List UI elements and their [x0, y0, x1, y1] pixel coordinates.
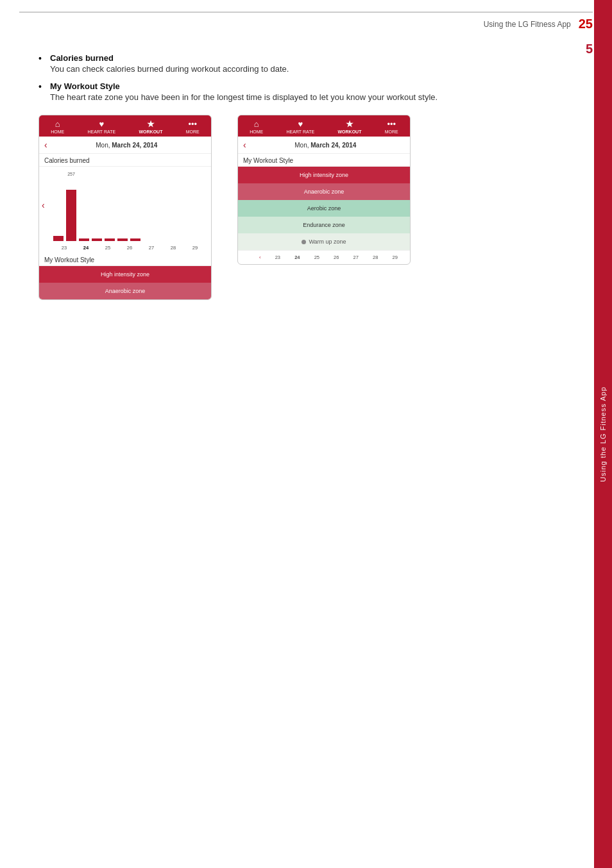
nav-more-right[interactable]: ••• MORE — [382, 118, 401, 135]
chart-x-axis-right: ‹ 23 24 25 26 27 28 29 — [238, 250, 410, 264]
xday-29: 29 — [192, 245, 198, 251]
heartrate-icon-right: ♥ — [298, 119, 303, 129]
xday-26: 26 — [127, 245, 132, 251]
nav-more-label: MORE — [186, 129, 200, 134]
nav-heartrate-label: HEART RATE — [88, 129, 116, 134]
nav-home-label-right: HOME — [250, 129, 263, 134]
rday-27: 27 — [353, 255, 359, 260]
home-icon-right: ⌂ — [254, 119, 259, 129]
nav-more-left[interactable]: ••• MORE — [183, 118, 202, 135]
bullet-desc-calories: You can check calories burned during wor… — [50, 64, 574, 74]
nav-workout-left[interactable]: ★ WORKOUT — [136, 118, 165, 135]
more-icon-right: ••• — [387, 119, 396, 129]
bar-25 — [79, 238, 89, 241]
date-row-left: ‹ Mon, March 24, 2014 — [39, 137, 211, 154]
xday-24: 24 — [83, 245, 89, 251]
date-text-left: Mon, March 24, 2014 — [47, 142, 206, 149]
bar-group-27 — [105, 172, 115, 241]
bar-group-28 — [117, 172, 128, 241]
side-number: 5 — [586, 42, 593, 56]
zone-high-left: High intensity zone — [39, 266, 211, 283]
xday-25: 25 — [105, 245, 110, 251]
heartrate-icon: ♥ — [99, 119, 104, 129]
chart-area: ‹ 257 — [39, 167, 211, 244]
nav-workout-right[interactable]: ★ WORKOUT — [335, 118, 364, 135]
nav-heartrate-right[interactable]: ♥ HEART RATE — [284, 118, 318, 135]
xday-27: 27 — [149, 245, 154, 251]
chart-chevron[interactable]: ‹ — [42, 200, 45, 210]
page-number: 25 — [579, 17, 593, 31]
side-panel: Using the LG Fitness App — [594, 0, 612, 868]
chart-container: ‹ 257 — [39, 167, 211, 253]
nav-workout-label: WORKOUT — [139, 129, 162, 134]
bar-group-24: 257 — [66, 172, 76, 241]
bullet-item-style: My Workout Style The heart rate zone you… — [38, 81, 574, 102]
rday-25: 25 — [314, 255, 319, 260]
rday-26: 26 — [334, 255, 339, 260]
calories-section-label: Calories burned — [39, 154, 211, 167]
zone-dot — [302, 240, 306, 244]
style-section-label-left: My Workout Style — [39, 253, 211, 266]
workout-icon-right: ★ — [346, 119, 353, 129]
zone-high-right: High intensity zone — [238, 167, 410, 183]
side-panel-label: Using the LG Fitness App — [599, 387, 607, 482]
bar-26 — [92, 238, 102, 241]
rday-24: 24 — [294, 255, 300, 260]
xday-28: 28 — [171, 245, 176, 251]
chart-x-axis: 23 24 25 26 27 28 29 — [39, 244, 211, 253]
bar-27 — [105, 238, 115, 241]
date-text-right: Mon, March 24, 2014 — [246, 142, 405, 149]
bar-group-29 — [130, 172, 140, 241]
page-header: Using the LG Fitness App 25 — [0, 13, 612, 34]
app-mock-left: ⌂ HOME ♥ HEART RATE ★ WORKOUT ••• MORE — [38, 115, 212, 300]
page-title: Using the LG Fitness App — [484, 20, 571, 29]
zone-aerobic-right: Aerobic zone — [238, 200, 410, 217]
chevron-right-axis[interactable]: ‹ — [259, 255, 261, 260]
bullet-title-calories: Calories burned — [50, 53, 574, 63]
nav-heartrate-label-right: HEART RATE — [287, 129, 315, 134]
zone-anaerobic-right: Anaerobic zone — [238, 183, 410, 200]
bar-29 — [130, 238, 140, 241]
chart-inner: 257 — [53, 172, 206, 241]
app-nav-left: ⌂ HOME ♥ HEART RATE ★ WORKOUT ••• MORE — [39, 115, 211, 137]
date-row-right: ‹ Mon, March 24, 2014 — [238, 137, 410, 154]
rday-23: 23 — [275, 255, 280, 260]
bar-24 — [66, 190, 76, 241]
home-icon: ⌂ — [55, 119, 60, 129]
zone-anaerobic-left: Anaerobic zone — [39, 283, 211, 299]
app-nav-right: ⌂ HOME ♥ HEART RATE ★ WORKOUT ••• MORE — [238, 115, 410, 137]
bar-28 — [117, 238, 128, 241]
zone-endurance-right: Endurance zone — [238, 217, 410, 233]
nav-home-right[interactable]: ⌂ HOME — [247, 118, 266, 135]
rday-28: 28 — [373, 255, 378, 260]
nav-home-left[interactable]: ⌂ HOME — [48, 118, 67, 135]
style-section-label-right: My Workout Style — [238, 154, 410, 167]
screenshots-row: ⌂ HOME ♥ HEART RATE ★ WORKOUT ••• MORE — [38, 115, 574, 300]
rday-29: 29 — [393, 255, 398, 260]
nav-more-label-right: MORE — [385, 129, 398, 134]
nav-workout-label-right: WORKOUT — [337, 129, 361, 134]
bar-group-23 — [53, 172, 64, 241]
more-icon: ••• — [188, 119, 197, 129]
bar-23 — [53, 236, 64, 241]
bullet-item-calories: Calories burned You can check calories b… — [38, 53, 574, 74]
bullet-desc-style: The heart rate zone you have been in for… — [50, 92, 574, 102]
chart-bars: 257 — [53, 172, 206, 241]
zone-warmup-label: Warm up zone — [309, 238, 346, 245]
bar-group-25 — [79, 172, 89, 241]
main-content: Calories burned You can check calories b… — [0, 34, 612, 319]
bar-group-26 — [92, 172, 102, 241]
workout-icon: ★ — [147, 119, 155, 129]
app-mock-right: ⌂ HOME ♥ HEART RATE ★ WORKOUT ••• MORE — [237, 115, 411, 265]
bar-value-label: 257 — [67, 172, 75, 176]
bullet-title-style: My Workout Style — [50, 81, 574, 91]
xday-23: 23 — [62, 245, 67, 251]
zone-warmup-right: Warm up zone — [238, 233, 410, 250]
nav-heartrate-left[interactable]: ♥ HEART RATE — [85, 118, 119, 135]
bullet-list: Calories burned You can check calories b… — [38, 53, 574, 102]
nav-home-label: HOME — [51, 129, 64, 134]
